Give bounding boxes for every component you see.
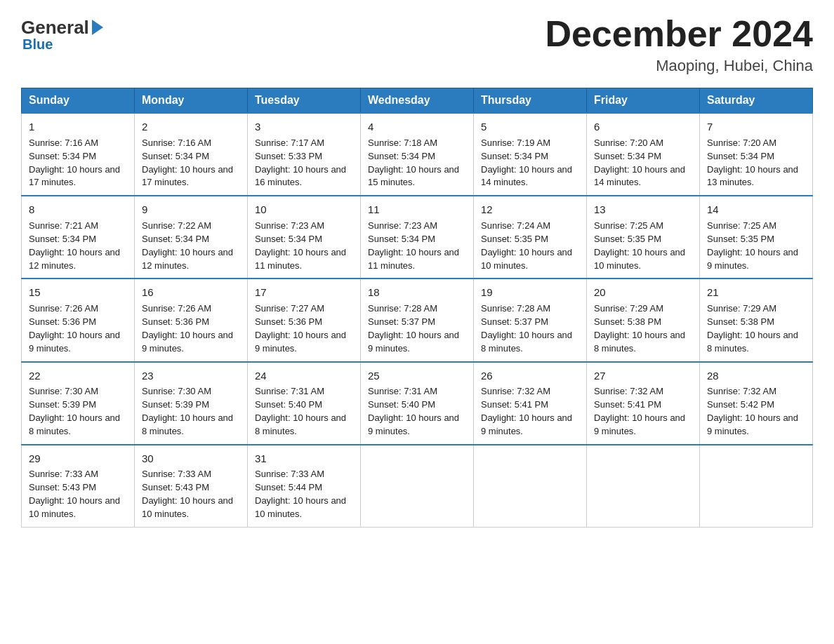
day-number: 1 [29, 119, 127, 135]
day-sunset: Sunset: 5:33 PM [255, 151, 322, 161]
day-sunrise: Sunrise: 7:29 AM [594, 303, 663, 314]
day-daylight: Daylight: 10 hours and 13 minutes. [707, 164, 798, 188]
day-sunset: Sunset: 5:40 PM [368, 399, 435, 410]
calendar-cell: 25Sunrise: 7:31 AMSunset: 5:40 PMDayligh… [361, 362, 474, 445]
calendar-cell: 6Sunrise: 7:20 AMSunset: 5:34 PMDaylight… [587, 113, 700, 196]
calendar-day-header: Monday [135, 88, 248, 114]
day-number: 10 [255, 202, 353, 217]
calendar-cell: 13Sunrise: 7:25 AMSunset: 5:35 PMDayligh… [587, 196, 700, 279]
day-sunset: Sunset: 5:43 PM [142, 482, 209, 492]
day-sunrise: Sunrise: 7:28 AM [368, 303, 437, 314]
day-daylight: Daylight: 10 hours and 9 minutes. [29, 330, 120, 354]
day-number: 16 [142, 285, 240, 300]
day-sunrise: Sunrise: 7:29 AM [707, 303, 776, 314]
day-number: 18 [368, 285, 466, 300]
day-daylight: Daylight: 10 hours and 9 minutes. [368, 330, 459, 354]
day-sunrise: Sunrise: 7:26 AM [29, 303, 98, 314]
day-daylight: Daylight: 10 hours and 11 minutes. [255, 247, 346, 271]
day-daylight: Daylight: 10 hours and 9 minutes. [594, 412, 685, 436]
day-number: 23 [142, 368, 240, 384]
day-sunrise: Sunrise: 7:33 AM [255, 469, 324, 479]
day-number: 5 [481, 119, 579, 135]
calendar-cell [361, 445, 474, 528]
day-sunset: Sunset: 5:44 PM [255, 482, 322, 492]
day-sunrise: Sunrise: 7:32 AM [707, 386, 776, 396]
day-sunrise: Sunrise: 7:18 AM [368, 137, 437, 148]
day-number: 22 [29, 368, 127, 384]
calendar-cell: 31Sunrise: 7:33 AMSunset: 5:44 PMDayligh… [248, 445, 361, 528]
day-sunrise: Sunrise: 7:27 AM [255, 303, 324, 314]
day-sunrise: Sunrise: 7:22 AM [142, 220, 211, 231]
day-daylight: Daylight: 10 hours and 10 minutes. [594, 247, 685, 271]
day-number: 19 [481, 285, 579, 300]
day-sunrise: Sunrise: 7:20 AM [594, 137, 663, 148]
day-sunset: Sunset: 5:37 PM [481, 316, 548, 327]
day-number: 4 [368, 119, 466, 135]
day-sunset: Sunset: 5:41 PM [481, 399, 548, 410]
calendar-cell: 11Sunrise: 7:23 AMSunset: 5:34 PMDayligh… [361, 196, 474, 279]
day-sunset: Sunset: 5:34 PM [255, 234, 322, 244]
day-number: 12 [481, 202, 579, 217]
day-sunset: Sunset: 5:35 PM [594, 234, 661, 244]
calendar-cell: 7Sunrise: 7:20 AMSunset: 5:34 PMDaylight… [700, 113, 813, 196]
day-sunset: Sunset: 5:34 PM [594, 151, 661, 161]
calendar-cell: 28Sunrise: 7:32 AMSunset: 5:42 PMDayligh… [700, 362, 813, 445]
day-sunrise: Sunrise: 7:20 AM [707, 137, 776, 148]
logo-blue-text: Blue [22, 36, 53, 53]
calendar-cell: 22Sunrise: 7:30 AMSunset: 5:39 PMDayligh… [22, 362, 135, 445]
calendar-day-header: Tuesday [248, 88, 361, 114]
calendar-day-header: Friday [587, 88, 700, 114]
calendar-day-header: Sunday [22, 88, 135, 114]
day-sunrise: Sunrise: 7:28 AM [481, 303, 550, 314]
day-daylight: Daylight: 10 hours and 9 minutes. [142, 330, 233, 354]
calendar-cell [474, 445, 587, 528]
logo-arrow-icon [92, 20, 103, 35]
day-sunset: Sunset: 5:39 PM [142, 399, 209, 410]
day-sunset: Sunset: 5:34 PM [707, 151, 774, 161]
day-number: 14 [707, 202, 805, 217]
day-sunrise: Sunrise: 7:16 AM [29, 137, 98, 148]
day-sunset: Sunset: 5:36 PM [142, 316, 209, 327]
day-number: 17 [255, 285, 353, 300]
day-number: 26 [481, 368, 579, 384]
calendar-cell: 29Sunrise: 7:33 AMSunset: 5:43 PMDayligh… [22, 445, 135, 528]
day-sunrise: Sunrise: 7:25 AM [707, 220, 776, 231]
day-sunrise: Sunrise: 7:32 AM [481, 386, 550, 396]
day-sunrise: Sunrise: 7:25 AM [594, 220, 663, 231]
day-sunrise: Sunrise: 7:31 AM [255, 386, 324, 396]
day-daylight: Daylight: 10 hours and 11 minutes. [368, 247, 459, 271]
calendar-cell: 9Sunrise: 7:22 AMSunset: 5:34 PMDaylight… [135, 196, 248, 279]
day-number: 24 [255, 368, 353, 384]
day-daylight: Daylight: 10 hours and 17 minutes. [142, 164, 233, 188]
day-daylight: Daylight: 10 hours and 17 minutes. [29, 164, 120, 188]
day-sunset: Sunset: 5:35 PM [481, 234, 548, 244]
day-daylight: Daylight: 10 hours and 16 minutes. [255, 164, 346, 188]
calendar-cell: 26Sunrise: 7:32 AMSunset: 5:41 PMDayligh… [474, 362, 587, 445]
calendar-cell: 10Sunrise: 7:23 AMSunset: 5:34 PMDayligh… [248, 196, 361, 279]
calendar-cell: 24Sunrise: 7:31 AMSunset: 5:40 PMDayligh… [248, 362, 361, 445]
calendar-cell: 2Sunrise: 7:16 AMSunset: 5:34 PMDaylight… [135, 113, 248, 196]
day-daylight: Daylight: 10 hours and 9 minutes. [368, 412, 459, 436]
day-sunset: Sunset: 5:39 PM [29, 399, 96, 410]
calendar-day-header: Saturday [700, 88, 813, 114]
calendar-cell: 8Sunrise: 7:21 AMSunset: 5:34 PMDaylight… [22, 196, 135, 279]
calendar-week-row: 1Sunrise: 7:16 AMSunset: 5:34 PMDaylight… [22, 113, 813, 196]
day-daylight: Daylight: 10 hours and 8 minutes. [142, 412, 233, 436]
calendar-header-row: SundayMondayTuesdayWednesdayThursdayFrid… [22, 88, 813, 114]
day-number: 31 [255, 451, 353, 467]
day-sunrise: Sunrise: 7:17 AM [255, 137, 324, 148]
day-sunset: Sunset: 5:34 PM [29, 151, 96, 161]
day-daylight: Daylight: 10 hours and 12 minutes. [29, 247, 120, 271]
calendar-day-header: Thursday [474, 88, 587, 114]
day-sunset: Sunset: 5:38 PM [594, 316, 661, 327]
day-daylight: Daylight: 10 hours and 14 minutes. [481, 164, 572, 188]
day-sunset: Sunset: 5:41 PM [594, 399, 661, 410]
day-number: 6 [594, 119, 692, 135]
day-number: 29 [29, 451, 127, 467]
calendar-week-row: 15Sunrise: 7:26 AMSunset: 5:36 PMDayligh… [22, 279, 813, 361]
day-number: 25 [368, 368, 466, 384]
day-sunset: Sunset: 5:34 PM [29, 234, 96, 244]
day-sunset: Sunset: 5:34 PM [368, 234, 435, 244]
day-number: 7 [707, 119, 805, 135]
day-daylight: Daylight: 10 hours and 8 minutes. [255, 412, 346, 436]
